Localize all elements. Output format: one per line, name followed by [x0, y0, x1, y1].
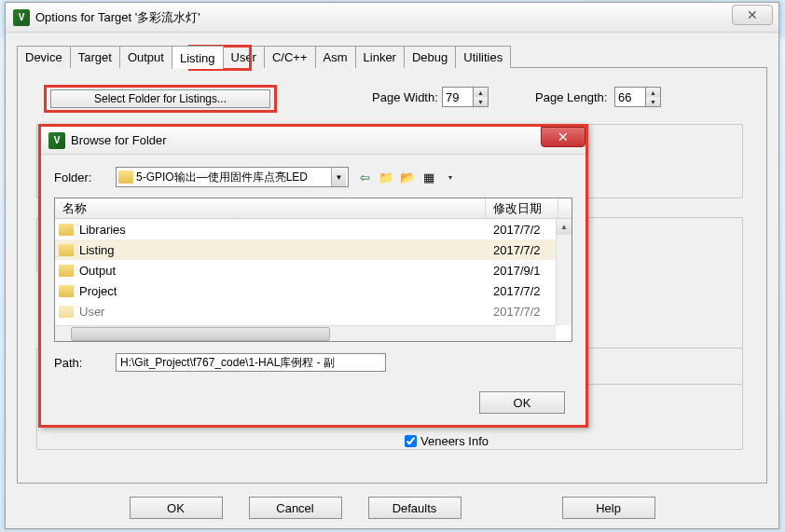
tab-linker[interactable]: Linker: [355, 46, 405, 68]
view-icon[interactable]: ▦: [420, 169, 437, 185]
item-date: 2017/7/2: [486, 305, 541, 319]
item-name: Project: [79, 284, 486, 298]
item-name: Libraries: [79, 223, 486, 237]
folder-icon: [59, 265, 74, 277]
tab-strip: Device Target Output Listing User C/C++ …: [17, 46, 767, 68]
scroll-up-icon[interactable]: ▲: [557, 219, 572, 235]
defaults-button[interactable]: Defaults: [368, 497, 461, 519]
page-width-input[interactable]: [442, 87, 474, 107]
browse-close-button[interactable]: ✕: [541, 127, 585, 147]
tab-device[interactable]: Device: [17, 46, 71, 68]
file-list: 名称 修改日期 Libraries 2017/7/2 Listing 2017/…: [54, 198, 572, 342]
page-width-label: Page Width:: [372, 90, 438, 104]
scroll-thumb[interactable]: [71, 327, 330, 341]
item-date: 2017/7/2: [486, 223, 541, 237]
select-folder-highlight: Select Folder for Listings...: [44, 85, 277, 113]
browse-titlebar: V Browse for Folder ✕: [41, 127, 585, 155]
help-button[interactable]: Help: [562, 497, 655, 519]
new-folder-icon[interactable]: 📂: [399, 169, 416, 185]
page-length-spinner: ▲ ▼: [614, 87, 661, 107]
folder-combo-text: 5-GPIO输出—使用固件库点亮LED: [136, 170, 328, 185]
tab-utilities[interactable]: Utilities: [455, 46, 511, 68]
file-list-header: 名称 修改日期: [55, 198, 572, 219]
view-drop-icon[interactable]: ▾: [442, 169, 459, 185]
folder-icon: [59, 306, 74, 318]
tab-asm[interactable]: Asm: [315, 46, 356, 68]
item-name: Listing: [79, 243, 486, 257]
item-name: User: [79, 305, 486, 319]
folder-row: Folder: 5-GPIO输出—使用固件库点亮LED ▼ ⇦ 📁 📂 ▦ ▾: [54, 164, 572, 190]
column-date[interactable]: 修改日期: [486, 198, 558, 218]
page-length-label: Page Length:: [535, 90, 607, 104]
vertical-scrollbar[interactable]: ▲: [556, 219, 572, 325]
tab-user[interactable]: User: [223, 46, 265, 68]
path-label: Path:: [54, 356, 108, 370]
tab-output[interactable]: Output: [119, 46, 172, 68]
list-item[interactable]: Libraries 2017/7/2: [55, 219, 572, 239]
page-width-spinner: ▲ ▼: [442, 87, 489, 107]
tab-target[interactable]: Target: [70, 46, 120, 68]
column-name[interactable]: 名称: [55, 198, 486, 218]
browse-folder-dialog: V Browse for Folder ✕ Folder: 5-GPIO输出—使…: [38, 124, 588, 428]
cancel-button[interactable]: Cancel: [249, 497, 342, 519]
veneers-checkbox-row: Veneers Info: [405, 434, 489, 448]
window-title: Options for Target '多彩流水灯': [35, 9, 200, 26]
list-item[interactable]: Output 2017/9/1: [55, 260, 572, 280]
veneers-checkbox[interactable]: [405, 435, 417, 447]
tab-listing[interactable]: Listing: [172, 46, 224, 69]
page-width-up-icon[interactable]: ▲: [474, 88, 488, 97]
close-button[interactable]: ✕: [732, 5, 773, 25]
list-item[interactable]: User 2017/7/2: [55, 301, 572, 321]
page-length-up-icon[interactable]: ▲: [646, 88, 660, 97]
page-length-input[interactable]: [614, 87, 646, 107]
folder-icon: [59, 244, 74, 256]
dialog-button-row: OK Cancel Defaults Help: [6, 497, 778, 519]
ok-button[interactable]: OK: [130, 497, 223, 519]
item-date: 2017/7/2: [486, 284, 541, 298]
back-icon[interactable]: ⇦: [356, 169, 373, 185]
chevron-down-icon[interactable]: ▼: [331, 168, 346, 186]
page-width-down-icon[interactable]: ▼: [474, 97, 488, 106]
path-input[interactable]: [116, 353, 386, 372]
folder-icon: [59, 224, 74, 236]
item-date: 2017/9/1: [486, 264, 541, 278]
veneers-label: Veneers Info: [420, 434, 489, 448]
item-name: Output: [79, 264, 486, 278]
item-date: 2017/7/2: [486, 243, 541, 257]
folder-icon: [59, 285, 74, 297]
tab-debug[interactable]: Debug: [404, 46, 456, 68]
select-folder-button[interactable]: Select Folder for Listings...: [50, 89, 270, 108]
up-one-level-icon[interactable]: 📁: [378, 169, 394, 185]
tab-cpp[interactable]: C/C++: [264, 46, 316, 68]
titlebar: V Options for Target '多彩流水灯' ✕: [6, 3, 778, 33]
browse-ok-button[interactable]: OK: [479, 391, 565, 414]
folder-combo[interactable]: 5-GPIO输出—使用固件库点亮LED ▼: [116, 167, 349, 187]
page-length-down-icon[interactable]: ▼: [646, 97, 660, 106]
folder-label: Folder:: [54, 171, 108, 184]
path-row: Path:: [54, 353, 572, 372]
list-item[interactable]: Listing 2017/7/2: [55, 239, 572, 260]
browse-title: Browse for Folder: [71, 133, 167, 147]
horizontal-scrollbar[interactable]: [55, 325, 556, 341]
list-item[interactable]: Project 2017/7/2: [55, 280, 572, 301]
browse-app-icon: V: [48, 132, 65, 149]
app-icon: V: [13, 9, 30, 26]
folder-icon: [118, 171, 133, 184]
